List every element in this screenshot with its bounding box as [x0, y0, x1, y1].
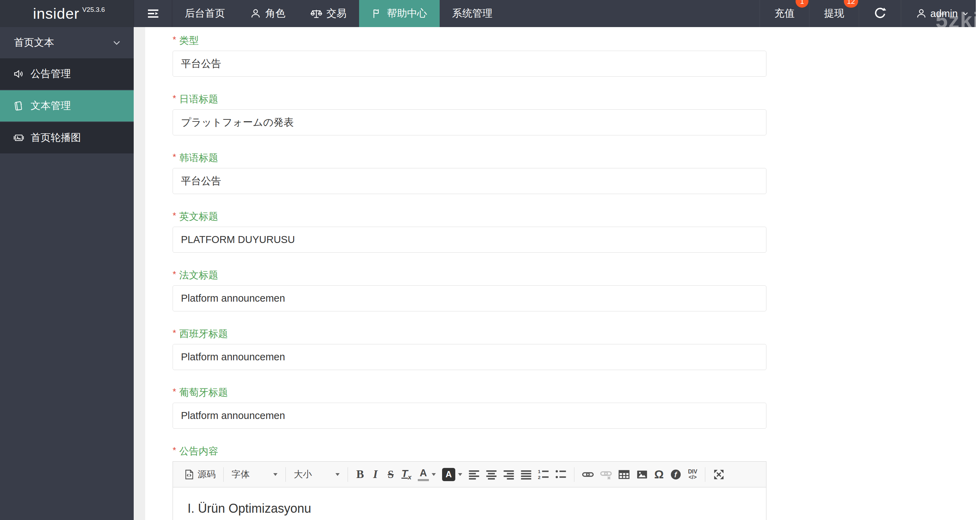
- refresh-button[interactable]: [859, 0, 901, 27]
- nav-item-roles[interactable]: 角色: [237, 0, 298, 27]
- form-field-kr-title: * 韩语标题: [173, 152, 767, 194]
- align-right-icon: [503, 469, 514, 480]
- form-field-pt-title: * 葡萄牙标题: [173, 387, 767, 429]
- collapse-menu-button[interactable]: [134, 0, 172, 27]
- logo: insider V25.3.6: [0, 0, 134, 27]
- table-button[interactable]: [615, 466, 633, 483]
- username: admin: [930, 8, 958, 19]
- nav-item-label: 交易: [326, 6, 347, 21]
- strikethrough-icon: S: [388, 468, 393, 481]
- es-title-input[interactable]: [173, 344, 767, 370]
- fontsize-select[interactable]: 大小: [290, 466, 343, 483]
- nav-item-help-center[interactable]: 帮助中心: [359, 0, 440, 27]
- field-label-text: 英文标题: [179, 211, 218, 223]
- source-button[interactable]: 源码: [181, 466, 219, 483]
- sidebar-item-home-carousel[interactable]: 首页轮播图: [0, 122, 134, 153]
- text-color-button[interactable]: A: [415, 466, 439, 483]
- user-icon: [250, 8, 261, 19]
- flag-icon: [372, 8, 383, 19]
- nav-item-system[interactable]: 系统管理: [440, 0, 505, 27]
- font-select-value: 字体: [232, 468, 250, 480]
- nav-item-label: 后台首页: [185, 6, 225, 21]
- link-button[interactable]: [579, 466, 597, 483]
- ordered-list-button[interactable]: 1 2: [535, 466, 552, 483]
- align-left-button[interactable]: [465, 466, 483, 483]
- en-title-input[interactable]: [173, 227, 767, 253]
- caret-down-icon: [336, 473, 340, 476]
- source-code-icon: [184, 469, 195, 480]
- kr-title-input[interactable]: [173, 168, 767, 194]
- nav-item-home[interactable]: 后台首页: [172, 0, 237, 27]
- align-center-icon: [486, 469, 497, 480]
- recharge-button[interactable]: 充值 1: [759, 0, 809, 27]
- app-version: V25.3.6: [82, 6, 105, 14]
- remove-format-button[interactable]: Tx: [398, 466, 415, 483]
- required-asterisk: *: [173, 151, 176, 163]
- nav-item-label: 系统管理: [452, 6, 492, 21]
- unlink-button[interactable]: [597, 466, 615, 483]
- sidebar-item-announcement-mgmt[interactable]: 公告管理: [0, 58, 134, 89]
- fr-title-input[interactable]: [173, 285, 767, 312]
- table-icon: [618, 469, 630, 480]
- navbar-spacer: [505, 0, 759, 27]
- nav-item-label: 角色: [265, 6, 285, 21]
- maximize-icon: [713, 469, 725, 480]
- field-label: * 英文标题: [173, 211, 767, 223]
- svg-text:1: 1: [538, 469, 541, 474]
- withdraw-button[interactable]: 提现 12: [809, 0, 859, 27]
- align-center-button[interactable]: [483, 466, 500, 483]
- bold-icon: B: [356, 468, 364, 481]
- link-icon: [582, 469, 594, 480]
- sidebar: 首页文本 公告管理 文本管理: [0, 27, 134, 520]
- form-field-type: * 类型: [173, 35, 767, 77]
- required-asterisk: *: [173, 327, 176, 339]
- bg-color-icon: A: [442, 468, 455, 481]
- required-asterisk: *: [173, 268, 176, 280]
- field-label-text: 韩语标题: [179, 152, 218, 164]
- field-label-text: 日语标题: [179, 93, 218, 105]
- sidebar-group-header[interactable]: 首页文本: [0, 27, 134, 58]
- italic-icon: I: [373, 468, 378, 481]
- nav-item-trade[interactable]: 交易: [298, 0, 359, 27]
- caret-down-icon: [458, 473, 462, 476]
- form-field-es-title: * 西班牙标题: [173, 328, 767, 370]
- rte-content[interactable]: I. Ürün Optimizasyonu: [173, 487, 766, 520]
- field-label: * 法文标题: [173, 269, 767, 281]
- italic-button[interactable]: I: [368, 466, 383, 483]
- pt-title-input[interactable]: [173, 403, 767, 429]
- field-label: * 公告内容: [173, 445, 767, 457]
- recharge-label: 充值: [775, 6, 795, 21]
- flash-button[interactable]: f: [667, 466, 685, 483]
- strikethrough-button[interactable]: S: [383, 466, 398, 483]
- font-select[interactable]: 字体: [228, 466, 281, 483]
- unordered-list-icon: [555, 469, 566, 480]
- toolbar-divider: [285, 467, 286, 482]
- align-right-button[interactable]: [500, 466, 517, 483]
- unordered-list-button[interactable]: [552, 466, 570, 483]
- right-edge-strip: [976, 0, 980, 520]
- field-label-text: 葡萄牙标题: [179, 387, 228, 399]
- required-asterisk: *: [173, 444, 176, 456]
- toolbar-divider: [223, 467, 224, 482]
- carousel-image-icon: [13, 132, 24, 143]
- div-container-button[interactable]: DIV</>: [685, 466, 700, 483]
- page: insider V25.3.6 后台首页 角色: [0, 0, 980, 520]
- bg-color-button[interactable]: A: [439, 466, 465, 483]
- user-menu[interactable]: admin: [901, 0, 980, 27]
- justify-button[interactable]: [517, 466, 535, 483]
- caret-down-icon: [961, 10, 970, 18]
- field-label: * 韩语标题: [173, 152, 767, 164]
- form-field-content: * 公告内容 源码 字: [173, 445, 767, 520]
- bold-button[interactable]: B: [353, 466, 368, 483]
- type-input[interactable]: [173, 51, 767, 77]
- image-button[interactable]: [633, 466, 651, 483]
- field-label: * 日语标题: [173, 93, 767, 105]
- maximize-button[interactable]: [710, 466, 728, 483]
- special-char-button[interactable]: Ω: [651, 466, 667, 483]
- jp-title-input[interactable]: [173, 109, 767, 135]
- sidebar-item-text-mgmt[interactable]: 文本管理: [0, 90, 134, 121]
- form-field-en-title: * 英文标题: [173, 211, 767, 253]
- book-icon: [13, 100, 24, 111]
- required-asterisk: *: [173, 92, 176, 104]
- rte-toolbar: 源码 字体 大小 B I S T: [173, 462, 766, 487]
